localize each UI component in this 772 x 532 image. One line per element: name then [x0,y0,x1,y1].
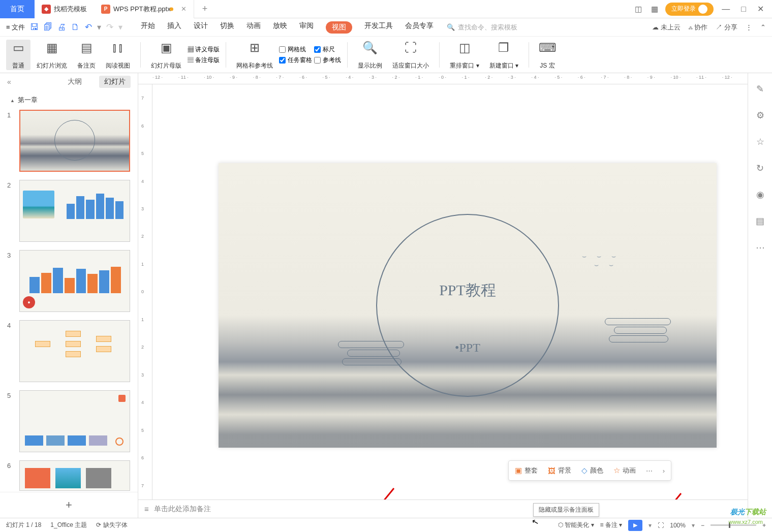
thumbnails-list[interactable]: 1 2 3 ● 4 [0,110,138,492]
tab-current-file[interactable]: P WPS PPT教程.pptx ✕ [94,0,194,18]
fit-zoom-icon[interactable]: ⛶ [658,522,664,529]
notes-toggle-button[interactable]: ≡ 备注 ▾ [600,521,623,529]
ribbon-zoom[interactable]: 🔍 显示比例 [354,40,386,70]
collapse-ribbon-icon[interactable]: ⌃ [760,23,766,31]
play-dropdown-icon[interactable]: ▾ [649,522,652,529]
ribbon-reading-view[interactable]: ⫿⫿ 阅读视图 [102,40,134,70]
add-tab-button[interactable]: + [194,4,216,14]
tab-devtools[interactable]: 开发工具 [364,21,393,34]
minimize-button[interactable]: — [719,5,733,14]
login-button[interactable]: 立即登录 [665,3,714,16]
design-panel-icon[interactable]: ✎ [755,83,766,95]
save-icon[interactable]: 🖫 [30,22,39,33]
ribbon-arrange-windows[interactable]: ◫ 重排窗口 ▾ [446,40,483,70]
handout-master-button[interactable]: ▦ 讲义母版 [188,45,220,54]
animation-panel-icon[interactable]: ☆ [755,136,766,147]
ppt-file-icon: P [101,5,110,14]
print-preview-icon[interactable]: 🗋 [71,22,80,33]
more-menu-icon[interactable]: ⋮ [746,23,752,31]
canvas-scroll[interactable]: a1 a1 ⌣ ⌣ ⌣ ⌣ ⌣ PPT教程 •PPT ▣整套 🖼背景 ◇颜色 ☆… [152,84,748,499]
collab-button[interactable]: ஃ 协作 [689,23,708,32]
background-button[interactable]: 🖼背景 [548,466,571,475]
slide-counter[interactable]: 幻灯片 1 / 18 [6,521,41,529]
thumbnail-6[interactable] [19,460,130,491]
zoom-value[interactable]: 100% [670,522,686,529]
collapse-panel-icon[interactable]: « [7,78,11,86]
ribbon-normal-view[interactable]: ▭ 普通 [6,40,30,70]
thumbnail-3[interactable]: ● [19,250,130,312]
gridlines-checkbox[interactable]: 网格线 [279,45,312,54]
ribbon-slide-master[interactable]: ▣ 幻灯片母版 [147,40,186,70]
quick-access: ≡ 文件 🖫 🗐 🖨 🗋 ↶ ▾ ↷ ▾ [6,22,122,33]
share-button[interactable]: ↗ 分享 [716,23,737,32]
outline-tab[interactable]: 大纲 [63,76,87,88]
close-window-button[interactable]: ✕ [754,4,767,14]
print-icon[interactable]: 🖨 [57,22,66,33]
ribbon-js-macro[interactable]: ⌨ JS 宏 [535,40,560,70]
tab-vip[interactable]: 会员专享 [405,21,434,34]
tab-design[interactable]: 设计 [194,21,208,34]
grid-icon[interactable]: ▦ [649,4,660,15]
template-label: 找稻壳模板 [54,5,87,14]
save-as-icon[interactable]: 🗐 [44,22,52,33]
maximize-button[interactable]: □ [738,5,749,14]
tab-animation[interactable]: 动画 [246,21,261,34]
thumbnail-2[interactable] [19,180,130,242]
beautify-button[interactable]: ⬡ 智能美化 ▾ [558,521,594,529]
notes-master-button[interactable]: ▤ 备注母版 [188,56,220,65]
thumbnail-5[interactable] [19,390,130,452]
ribbon-grid-guides[interactable]: ⊞ 网格和参考线 [232,40,277,70]
grid-guides-icon: ⊞ [246,40,263,56]
tab-home[interactable]: 首页 [0,0,35,18]
tab-start[interactable]: 开始 [141,21,155,34]
undo-icon[interactable]: ↶ [85,22,92,33]
ribbon-new-window[interactable]: ❐ 新建窗口 ▾ [485,40,522,70]
ribbon-notes-page[interactable]: ▤ 备注页 [73,40,100,70]
animation-button[interactable]: ☆动画 [613,466,636,475]
command-search[interactable]: 🔍 查找命令、搜索模板 [447,23,517,32]
zoom-in-button[interactable]: + [762,522,766,529]
color-button[interactable]: ◇颜色 [581,466,603,475]
zoom-out-button[interactable]: − [701,522,704,529]
thumbnail-1[interactable] [19,110,130,172]
redo-icon[interactable]: ↷ [106,22,113,33]
tab-template[interactable]: ◆ 找稻壳模板 [35,0,94,18]
slide-subtitle-text[interactable]: •PPT [455,341,480,355]
ruler-checkbox[interactable]: 标尺 [314,45,341,54]
thumb-row-1: 1 [7,110,131,172]
slide-title-text[interactable]: PPT教程 [439,280,496,301]
thumbnail-4[interactable] [19,320,130,382]
missing-font-status[interactable]: ⟳ 缺失字体 [96,521,127,529]
zoom-dropdown-icon[interactable]: ▾ [692,522,695,529]
slide-canvas[interactable]: ⌣ ⌣ ⌣ ⌣ ⌣ PPT教程 •PPT [219,163,717,448]
add-slide-button[interactable]: + [0,492,138,518]
object-panel-icon[interactable]: ◉ [755,189,766,200]
close-tab-icon[interactable]: ✕ [181,5,187,13]
suite-button[interactable]: ▣整套 [515,466,538,475]
slides-tab[interactable]: 幻灯片 [99,76,131,88]
tab-transition[interactable]: 切换 [220,21,234,34]
toolbar-more-icon[interactable]: ⋯ [646,467,653,475]
settings-panel-icon[interactable]: ⚙ [755,110,766,121]
task-pane-checkbox[interactable]: 任务窗格 [279,56,312,65]
chapter-header[interactable]: 第一章 [0,90,138,110]
transition-panel-icon[interactable]: ↻ [755,163,766,174]
file-menu[interactable]: ≡ 文件 [6,23,25,32]
toolbar-next-icon[interactable]: › [663,467,665,475]
theme-status[interactable]: 1_Office 主题 [50,521,87,529]
guides-checkbox[interactable]: 参考线 [314,56,341,65]
cloud-status[interactable]: ☁ 未上云 [652,23,681,32]
tab-slideshow[interactable]: 放映 [273,21,287,34]
panel-icon[interactable]: ◫ [633,4,644,15]
tab-view[interactable]: 视图 [326,21,352,34]
ribbon-fit-window[interactable]: ⛶ 适应窗口大小 [388,40,433,70]
tab-insert[interactable]: 插入 [167,21,181,34]
tab-review[interactable]: 审阅 [299,21,314,34]
undo-dropdown-icon[interactable]: ▾ [97,22,101,32]
redo-dropdown-icon[interactable]: ▾ [118,22,122,32]
help-panel-icon[interactable]: ⋯ [755,242,766,253]
play-slideshow-button[interactable]: ▶ [628,520,642,531]
ribbon-slide-browse[interactable]: ▦ 幻灯片浏览 [33,40,71,70]
resource-panel-icon[interactable]: ▤ [755,215,766,227]
notes-pane[interactable]: ≡ 单击此处添加备注 [138,499,748,518]
